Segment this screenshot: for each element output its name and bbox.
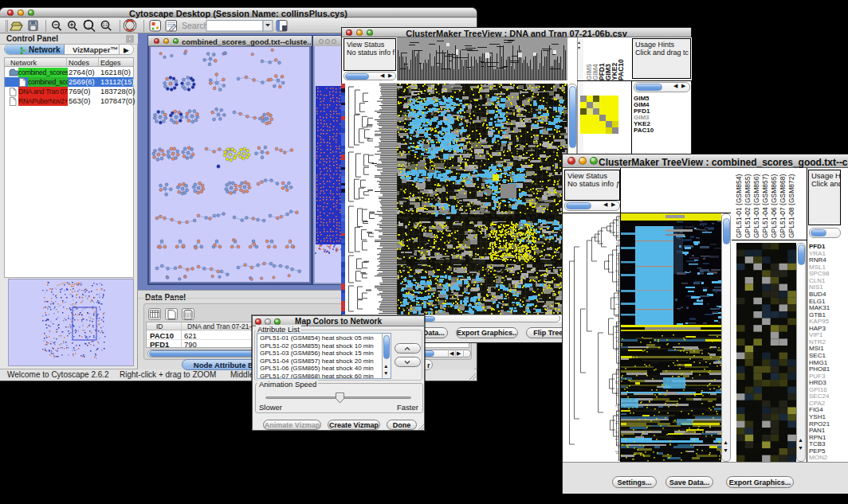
svg-text:1:1: 1:1	[103, 23, 108, 27]
